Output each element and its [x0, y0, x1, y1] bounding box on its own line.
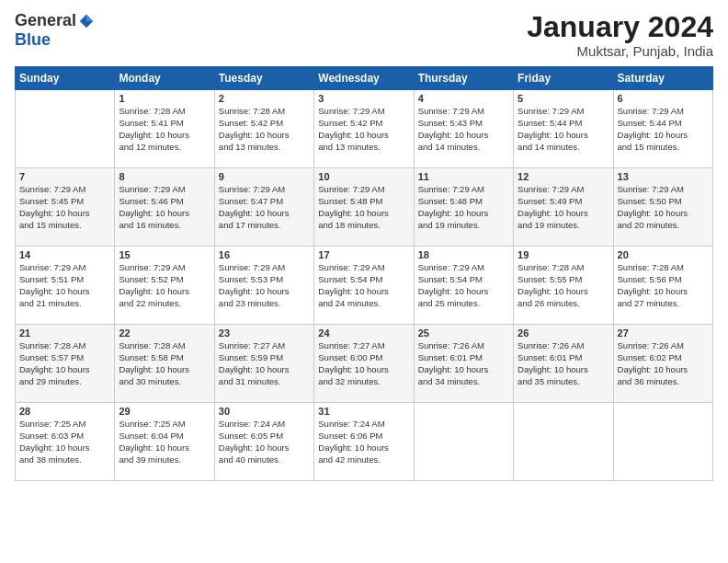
day-number: 8 — [119, 171, 210, 182]
calendar-cell: 7Sunrise: 7:29 AM Sunset: 5:45 PM Daylig… — [16, 168, 115, 247]
weekday-header-saturday: Saturday — [613, 67, 712, 90]
day-number: 28 — [19, 406, 110, 417]
calendar-cell: 19Sunrise: 7:28 AM Sunset: 5:55 PM Dayli… — [514, 247, 613, 325]
calendar-cell: 15Sunrise: 7:29 AM Sunset: 5:52 PM Dayli… — [115, 247, 214, 325]
day-info: Sunrise: 7:25 AM Sunset: 6:04 PM Dayligh… — [119, 419, 210, 465]
calendar-cell — [514, 403, 613, 481]
day-number: 16 — [219, 249, 310, 260]
logo: General Blue — [15, 11, 95, 50]
calendar-cell: 27Sunrise: 7:26 AM Sunset: 6:02 PM Dayli… — [613, 325, 712, 403]
calendar-cell — [16, 90, 115, 168]
calendar-cell: 20Sunrise: 7:28 AM Sunset: 5:56 PM Dayli… — [613, 247, 712, 325]
day-number: 4 — [418, 93, 509, 104]
day-number: 23 — [219, 327, 310, 339]
title-block: January 2024 Muktsar, Punjab, India — [527, 11, 713, 59]
day-number: 14 — [19, 249, 110, 260]
logo-blue-text: Blue — [15, 30, 51, 50]
day-number: 10 — [318, 171, 409, 182]
day-number: 9 — [219, 171, 310, 182]
day-number: 25 — [418, 327, 509, 339]
day-info: Sunrise: 7:29 AM Sunset: 5:43 PM Dayligh… — [418, 106, 509, 153]
calendar-cell: 18Sunrise: 7:29 AM Sunset: 5:54 PM Dayli… — [414, 247, 513, 325]
day-info: Sunrise: 7:29 AM Sunset: 5:53 PM Dayligh… — [219, 262, 310, 309]
page: General Blue January 2024 Muktsar, Punja… — [0, 0, 728, 563]
day-number: 7 — [19, 171, 110, 182]
calendar-cell: 17Sunrise: 7:29 AM Sunset: 5:54 PM Dayli… — [314, 247, 414, 325]
day-info: Sunrise: 7:29 AM Sunset: 5:44 PM Dayligh… — [518, 106, 609, 153]
calendar-table: SundayMondayTuesdayWednesdayThursdayFrid… — [15, 66, 713, 481]
day-info: Sunrise: 7:27 AM Sunset: 6:00 PM Dayligh… — [318, 340, 409, 387]
day-info: Sunrise: 7:29 AM Sunset: 5:54 PM Dayligh… — [318, 262, 409, 309]
day-number: 5 — [518, 93, 609, 104]
day-info: Sunrise: 7:26 AM Sunset: 6:01 PM Dayligh… — [418, 340, 509, 387]
day-number: 31 — [318, 406, 409, 417]
day-number: 27 — [618, 327, 709, 339]
day-info: Sunrise: 7:29 AM Sunset: 5:42 PM Dayligh… — [318, 106, 409, 153]
day-number: 6 — [618, 93, 709, 104]
day-number: 12 — [518, 171, 609, 182]
day-info: Sunrise: 7:25 AM Sunset: 6:03 PM Dayligh… — [19, 419, 110, 465]
day-info: Sunrise: 7:28 AM Sunset: 5:56 PM Dayligh… — [618, 262, 709, 309]
day-info: Sunrise: 7:29 AM Sunset: 5:46 PM Dayligh… — [119, 184, 210, 231]
day-info: Sunrise: 7:29 AM Sunset: 5:45 PM Dayligh… — [19, 184, 110, 231]
day-info: Sunrise: 7:28 AM Sunset: 5:58 PM Dayligh… — [119, 340, 210, 387]
day-info: Sunrise: 7:29 AM Sunset: 5:50 PM Dayligh… — [618, 184, 709, 231]
calendar-week-4: 21Sunrise: 7:28 AM Sunset: 5:57 PM Dayli… — [16, 325, 713, 403]
weekday-header-tuesday: Tuesday — [214, 67, 313, 90]
svg-marker-1 — [86, 14, 93, 20]
day-number: 26 — [518, 327, 609, 339]
weekday-header-wednesday: Wednesday — [314, 67, 414, 90]
logo-icon — [78, 13, 95, 29]
day-number: 11 — [418, 171, 509, 182]
month-title: January 2024 — [527, 11, 713, 43]
calendar-cell: 21Sunrise: 7:28 AM Sunset: 5:57 PM Dayli… — [16, 325, 115, 403]
calendar-cell: 10Sunrise: 7:29 AM Sunset: 5:48 PM Dayli… — [314, 168, 414, 247]
calendar-cell: 5Sunrise: 7:29 AM Sunset: 5:44 PM Daylig… — [514, 90, 613, 168]
day-info: Sunrise: 7:24 AM Sunset: 6:06 PM Dayligh… — [318, 419, 409, 465]
calendar-cell: 13Sunrise: 7:29 AM Sunset: 5:50 PM Dayli… — [613, 168, 712, 247]
calendar-cell: 14Sunrise: 7:29 AM Sunset: 5:51 PM Dayli… — [16, 247, 115, 325]
calendar-week-3: 14Sunrise: 7:29 AM Sunset: 5:51 PM Dayli… — [16, 247, 713, 325]
weekday-header-friday: Friday — [514, 67, 613, 90]
calendar-cell — [613, 403, 712, 481]
calendar-cell: 3Sunrise: 7:29 AM Sunset: 5:42 PM Daylig… — [314, 90, 414, 168]
calendar-cell: 23Sunrise: 7:27 AM Sunset: 5:59 PM Dayli… — [214, 325, 313, 403]
calendar-cell: 29Sunrise: 7:25 AM Sunset: 6:04 PM Dayli… — [115, 403, 214, 481]
location-subtitle: Muktsar, Punjab, India — [527, 43, 713, 59]
day-info: Sunrise: 7:24 AM Sunset: 6:05 PM Dayligh… — [219, 419, 310, 465]
day-info: Sunrise: 7:29 AM Sunset: 5:44 PM Dayligh… — [618, 106, 709, 153]
calendar-cell: 6Sunrise: 7:29 AM Sunset: 5:44 PM Daylig… — [613, 90, 712, 168]
day-number: 29 — [119, 406, 210, 417]
day-info: Sunrise: 7:29 AM Sunset: 5:48 PM Dayligh… — [418, 184, 509, 231]
day-number: 18 — [418, 249, 509, 260]
calendar-cell: 2Sunrise: 7:28 AM Sunset: 5:42 PM Daylig… — [214, 90, 313, 168]
header: General Blue January 2024 Muktsar, Punja… — [15, 11, 713, 59]
day-info: Sunrise: 7:29 AM Sunset: 5:54 PM Dayligh… — [418, 262, 509, 309]
day-number: 1 — [119, 93, 210, 104]
day-number: 17 — [318, 249, 409, 260]
day-number: 15 — [119, 249, 210, 260]
calendar-week-2: 7Sunrise: 7:29 AM Sunset: 5:45 PM Daylig… — [16, 168, 713, 247]
calendar-cell: 28Sunrise: 7:25 AM Sunset: 6:03 PM Dayli… — [16, 403, 115, 481]
day-info: Sunrise: 7:29 AM Sunset: 5:49 PM Dayligh… — [518, 184, 609, 231]
calendar-cell: 31Sunrise: 7:24 AM Sunset: 6:06 PM Dayli… — [314, 403, 414, 481]
calendar-cell: 12Sunrise: 7:29 AM Sunset: 5:49 PM Dayli… — [514, 168, 613, 247]
calendar-cell: 9Sunrise: 7:29 AM Sunset: 5:47 PM Daylig… — [214, 168, 313, 247]
calendar-cell: 4Sunrise: 7:29 AM Sunset: 5:43 PM Daylig… — [414, 90, 513, 168]
weekday-header-sunday: Sunday — [16, 67, 115, 90]
calendar-cell: 30Sunrise: 7:24 AM Sunset: 6:05 PM Dayli… — [214, 403, 313, 481]
weekday-header-thursday: Thursday — [414, 67, 513, 90]
calendar-cell: 24Sunrise: 7:27 AM Sunset: 6:00 PM Dayli… — [314, 325, 414, 403]
weekday-header-monday: Monday — [115, 67, 214, 90]
day-number: 24 — [318, 327, 409, 339]
day-number: 21 — [19, 327, 110, 339]
day-number: 20 — [618, 249, 709, 260]
day-number: 22 — [119, 327, 210, 339]
day-info: Sunrise: 7:28 AM Sunset: 5:42 PM Dayligh… — [219, 106, 310, 153]
day-number: 19 — [518, 249, 609, 260]
calendar-week-1: 1Sunrise: 7:28 AM Sunset: 5:41 PM Daylig… — [16, 90, 713, 168]
day-info: Sunrise: 7:29 AM Sunset: 5:51 PM Dayligh… — [19, 262, 110, 309]
day-info: Sunrise: 7:27 AM Sunset: 5:59 PM Dayligh… — [219, 340, 310, 387]
weekday-header-row: SundayMondayTuesdayWednesdayThursdayFrid… — [16, 67, 713, 90]
calendar-cell: 1Sunrise: 7:28 AM Sunset: 5:41 PM Daylig… — [115, 90, 214, 168]
